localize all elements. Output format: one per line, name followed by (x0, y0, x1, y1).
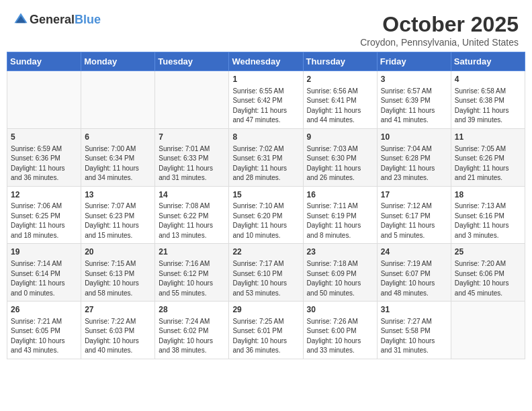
calendar-week-row: 5Sunrise: 6:59 AM Sunset: 6:36 PM Daylig… (7, 128, 525, 186)
day-content: Sunrise: 7:17 AM Sunset: 6:10 PM Dayligh… (232, 259, 299, 298)
days-header-row: SundayMondayTuesdayWednesdayThursdayFrid… (7, 52, 525, 71)
day-of-week-header: Sunday (7, 52, 81, 71)
day-of-week-header: Monday (81, 52, 155, 71)
calendar-cell: 15Sunrise: 7:10 AM Sunset: 6:20 PM Dayli… (229, 186, 303, 244)
day-number: 6 (85, 132, 151, 143)
calendar-location: Croydon, Pennsylvania, United States (360, 37, 519, 48)
calendar-cell: 5Sunrise: 6:59 AM Sunset: 6:36 PM Daylig… (7, 128, 81, 186)
day-content: Sunrise: 7:10 AM Sunset: 6:20 PM Dayligh… (232, 201, 299, 240)
day-number: 8 (232, 132, 299, 143)
calendar-cell: 28Sunrise: 7:24 AM Sunset: 6:02 PM Dayli… (155, 302, 229, 359)
day-content: Sunrise: 7:13 AM Sunset: 6:16 PM Dayligh… (455, 201, 521, 240)
day-number: 1 (232, 74, 299, 85)
day-number: 5 (11, 132, 77, 143)
day-content: Sunrise: 7:20 AM Sunset: 6:06 PM Dayligh… (455, 259, 521, 298)
calendar-cell: 25Sunrise: 7:20 AM Sunset: 6:06 PM Dayli… (451, 244, 525, 302)
calendar-cell: 17Sunrise: 7:12 AM Sunset: 6:17 PM Dayli… (377, 186, 451, 244)
day-content: Sunrise: 6:59 AM Sunset: 6:36 PM Dayligh… (11, 144, 77, 183)
day-content: Sunrise: 7:03 AM Sunset: 6:30 PM Dayligh… (307, 144, 373, 183)
day-number: 7 (159, 132, 225, 143)
calendar-cell (7, 71, 81, 129)
calendar-header: SundayMondayTuesdayWednesdayThursdayFrid… (7, 52, 525, 71)
logo-blue: Blue (75, 13, 101, 26)
day-number: 28 (159, 304, 225, 316)
calendar-cell: 1Sunrise: 6:55 AM Sunset: 6:42 PM Daylig… (229, 71, 303, 129)
day-content: Sunrise: 7:24 AM Sunset: 6:02 PM Dayligh… (159, 317, 225, 356)
day-content: Sunrise: 6:57 AM Sunset: 6:39 PM Dayligh… (381, 87, 447, 126)
calendar-cell: 31Sunrise: 7:27 AM Sunset: 5:58 PM Dayli… (377, 302, 451, 359)
calendar-cell: 18Sunrise: 7:13 AM Sunset: 6:16 PM Dayli… (451, 186, 525, 244)
calendar-cell (451, 302, 525, 359)
day-content: Sunrise: 6:56 AM Sunset: 6:41 PM Dayligh… (307, 87, 373, 126)
logo-text: GeneralBlue (30, 13, 101, 27)
day-content: Sunrise: 6:55 AM Sunset: 6:42 PM Dayligh… (232, 87, 299, 126)
calendar-body: 1Sunrise: 6:55 AM Sunset: 6:42 PM Daylig… (7, 71, 525, 359)
day-number: 13 (85, 189, 151, 201)
day-of-week-header: Wednesday (229, 52, 303, 71)
logo-general: General (30, 13, 75, 26)
calendar-cell: 23Sunrise: 7:18 AM Sunset: 6:09 PM Dayli… (303, 244, 377, 302)
calendar-cell: 21Sunrise: 7:16 AM Sunset: 6:12 PM Dayli… (155, 244, 229, 302)
day-content: Sunrise: 7:04 AM Sunset: 6:28 PM Dayligh… (381, 144, 447, 183)
calendar-cell: 27Sunrise: 7:22 AM Sunset: 6:03 PM Dayli… (81, 302, 155, 359)
day-number: 31 (381, 304, 447, 316)
day-content: Sunrise: 7:25 AM Sunset: 6:01 PM Dayligh… (232, 317, 299, 356)
day-number: 30 (307, 304, 373, 316)
calendar-week-row: 19Sunrise: 7:14 AM Sunset: 6:14 PM Dayli… (7, 244, 525, 302)
calendar-cell (155, 71, 229, 129)
logo-icon (13, 12, 28, 27)
day-number: 2 (307, 74, 373, 85)
day-of-week-header: Thursday (303, 52, 377, 71)
calendar-cell: 12Sunrise: 7:06 AM Sunset: 6:25 PM Dayli… (7, 186, 81, 244)
calendar-cell: 7Sunrise: 7:01 AM Sunset: 6:33 PM Daylig… (155, 128, 229, 186)
calendar-cell (81, 71, 155, 129)
day-number: 22 (232, 246, 299, 258)
day-content: Sunrise: 7:11 AM Sunset: 6:19 PM Dayligh… (307, 201, 373, 240)
day-number: 10 (381, 132, 447, 143)
day-number: 25 (455, 246, 521, 258)
day-number: 29 (232, 304, 299, 316)
calendar-cell: 10Sunrise: 7:04 AM Sunset: 6:28 PM Dayli… (377, 128, 451, 186)
title-block: October 2025 Croydon, Pennsylvania, Unit… (360, 12, 519, 48)
day-number: 4 (455, 74, 521, 85)
day-of-week-header: Friday (377, 52, 451, 71)
calendar-cell: 19Sunrise: 7:14 AM Sunset: 6:14 PM Dayli… (7, 244, 81, 302)
logo: GeneralBlue (13, 12, 101, 27)
calendar-cell: 22Sunrise: 7:17 AM Sunset: 6:10 PM Dayli… (229, 244, 303, 302)
calendar-cell: 4Sunrise: 6:58 AM Sunset: 6:38 PM Daylig… (451, 71, 525, 129)
calendar-cell: 16Sunrise: 7:11 AM Sunset: 6:19 PM Dayli… (303, 186, 377, 244)
day-number: 15 (232, 189, 299, 201)
day-number: 11 (455, 132, 521, 143)
day-number: 9 (307, 132, 373, 143)
day-of-week-header: Tuesday (155, 52, 229, 71)
calendar-cell: 29Sunrise: 7:25 AM Sunset: 6:01 PM Dayli… (229, 302, 303, 359)
calendar-cell: 11Sunrise: 7:05 AM Sunset: 6:26 PM Dayli… (451, 128, 525, 186)
day-content: Sunrise: 7:14 AM Sunset: 6:14 PM Dayligh… (11, 259, 77, 298)
day-content: Sunrise: 7:22 AM Sunset: 6:03 PM Dayligh… (85, 317, 151, 356)
day-number: 26 (11, 304, 77, 316)
day-number: 20 (85, 246, 151, 258)
calendar-cell: 30Sunrise: 7:26 AM Sunset: 6:00 PM Dayli… (303, 302, 377, 359)
calendar-week-row: 1Sunrise: 6:55 AM Sunset: 6:42 PM Daylig… (7, 71, 525, 129)
calendar-cell: 6Sunrise: 7:00 AM Sunset: 6:34 PM Daylig… (81, 128, 155, 186)
calendar-cell: 3Sunrise: 6:57 AM Sunset: 6:39 PM Daylig… (377, 71, 451, 129)
day-content: Sunrise: 7:18 AM Sunset: 6:09 PM Dayligh… (307, 259, 373, 298)
day-content: Sunrise: 7:19 AM Sunset: 6:07 PM Dayligh… (381, 259, 447, 298)
day-number: 23 (307, 246, 373, 258)
calendar-title: October 2025 (360, 12, 519, 37)
day-content: Sunrise: 7:27 AM Sunset: 5:58 PM Dayligh… (381, 317, 447, 356)
day-content: Sunrise: 7:05 AM Sunset: 6:26 PM Dayligh… (455, 144, 521, 183)
calendar-table: SundayMondayTuesdayWednesdayThursdayFrid… (7, 52, 525, 359)
day-number: 18 (455, 189, 521, 201)
day-content: Sunrise: 7:01 AM Sunset: 6:33 PM Dayligh… (159, 144, 225, 183)
page-header: GeneralBlue October 2025 Croydon, Pennsy… (7, 7, 525, 52)
day-content: Sunrise: 7:12 AM Sunset: 6:17 PM Dayligh… (381, 201, 447, 240)
day-number: 27 (85, 304, 151, 316)
calendar-cell: 20Sunrise: 7:15 AM Sunset: 6:13 PM Dayli… (81, 244, 155, 302)
day-of-week-header: Saturday (451, 52, 525, 71)
day-content: Sunrise: 7:06 AM Sunset: 6:25 PM Dayligh… (11, 201, 77, 240)
calendar-cell: 2Sunrise: 6:56 AM Sunset: 6:41 PM Daylig… (303, 71, 377, 129)
day-number: 3 (381, 74, 447, 85)
day-content: Sunrise: 7:08 AM Sunset: 6:22 PM Dayligh… (159, 201, 225, 240)
calendar-cell: 8Sunrise: 7:02 AM Sunset: 6:31 PM Daylig… (229, 128, 303, 186)
